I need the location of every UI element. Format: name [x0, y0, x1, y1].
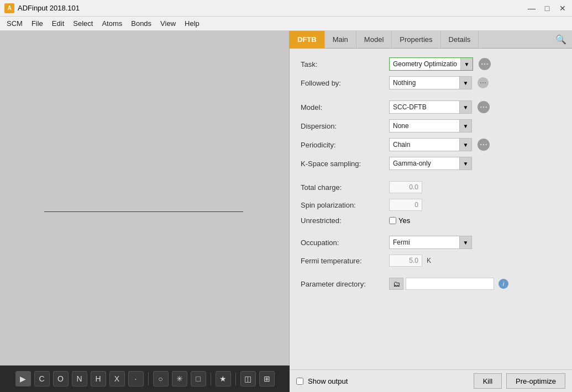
model-more-btn[interactable]: ⋯: [477, 101, 490, 113]
dispersion-control: None ▼: [389, 119, 472, 133]
spin-polarization-input[interactable]: [389, 199, 422, 211]
toolbar-btn-asterisk[interactable]: ✳: [172, 371, 187, 386]
title-bar: A ADFinput 2018.101 — □ ✕: [0, 0, 572, 17]
periodicity-value: Chain: [390, 141, 459, 149]
tab-properties[interactable]: Properties: [392, 31, 440, 48]
occupation-control: Fermi ▼: [389, 236, 472, 249]
unrestricted-yes-label: Yes: [398, 216, 410, 225]
fermi-temp-input[interactable]: [389, 255, 422, 267]
toolbar-btn-circle[interactable]: ○: [153, 371, 169, 386]
followed-by-dropdown[interactable]: Nothing ▼: [389, 76, 472, 89]
model-label: Model:: [301, 103, 389, 112]
canvas-area[interactable]: [0, 31, 289, 392]
minimize-button[interactable]: —: [527, 3, 537, 13]
kspace-dropdown-arrow[interactable]: ▼: [459, 157, 471, 169]
app-title: ADFinput 2018.101: [18, 4, 527, 12]
total-charge-input[interactable]: [389, 181, 422, 193]
fermi-temp-unit: K: [427, 257, 431, 264]
periodicity-control: Chain ▼ ⋯: [389, 138, 490, 151]
unrestricted-row: Unrestricted: Yes: [301, 216, 561, 225]
followed-by-more-btn[interactable]: ⋯: [477, 77, 489, 88]
kill-button[interactable]: Kill: [474, 373, 502, 389]
menu-atoms[interactable]: Atoms: [97, 18, 127, 29]
kspace-value: Gamma-only: [390, 160, 459, 167]
followed-by-label: Followed by:: [301, 79, 389, 87]
toolbar-btn-x[interactable]: X: [109, 371, 125, 386]
total-charge-label: Total charge:: [301, 183, 389, 192]
occupation-dropdown[interactable]: Fermi ▼: [389, 236, 472, 249]
task-dropdown-arrow[interactable]: ▼: [460, 58, 473, 70]
info-icon[interactable]: i: [498, 279, 508, 289]
total-charge-row: Total charge:: [301, 181, 561, 193]
toolbar-btn-o[interactable]: O: [53, 371, 69, 386]
param-dir-file-btn[interactable]: 🗂: [389, 278, 403, 290]
followed-by-dropdown-arrow[interactable]: ▼: [459, 77, 471, 89]
menu-bar: SCM File Edit Select Atoms Bonds View He…: [0, 17, 572, 31]
tab-main[interactable]: Main: [325, 31, 356, 48]
search-icon[interactable]: 🔍: [550, 32, 572, 47]
tab-details[interactable]: Details: [441, 31, 479, 48]
separator-1: [148, 372, 149, 385]
toolbar-btn-grid[interactable]: ⊞: [259, 371, 275, 386]
task-label: Task:: [301, 60, 389, 68]
preoptimize-button[interactable]: Pre-optimize: [506, 373, 565, 389]
task-more-btn[interactable]: ⋯: [479, 58, 491, 70]
model-value: SCC-DFTB: [390, 103, 459, 111]
left-panel: ▶ C O N H X · ○ ✳ □ ★ ◫ ⊞: [0, 31, 290, 392]
param-dir-input[interactable]: [406, 278, 494, 290]
app-icon: A: [4, 3, 14, 13]
occupation-value: Fermi: [390, 239, 459, 246]
toolbar-btn-h[interactable]: H: [91, 371, 106, 386]
occupation-row: Occupation: Fermi ▼: [301, 236, 561, 249]
tab-model[interactable]: Model: [356, 31, 392, 48]
param-dir-label: Parameter directory:: [301, 280, 389, 288]
right-panel: DFTB Main Model Properties Details 🔍 Tas…: [290, 31, 572, 392]
occupation-label: Occupation:: [301, 239, 389, 247]
window-controls: — □ ✕: [527, 3, 568, 13]
toolbar-btn-play[interactable]: ▶: [15, 371, 31, 386]
periodicity-label: Periodicity:: [301, 141, 389, 149]
menu-select[interactable]: Select: [69, 18, 97, 29]
dispersion-dropdown-arrow[interactable]: ▼: [459, 120, 471, 132]
occupation-dropdown-arrow[interactable]: ▼: [459, 236, 471, 248]
toolbar-btn-c[interactable]: C: [34, 371, 50, 386]
model-dropdown[interactable]: SCC-DFTB ▼: [389, 100, 472, 114]
spin-polarization-row: Spin polarization:: [301, 199, 561, 211]
form-area: Task: Geometry Optimizatio ▼ ⋯ Followed …: [290, 49, 572, 369]
param-dir-row: Parameter directory: 🗂 i: [301, 278, 561, 290]
maximize-button[interactable]: □: [542, 3, 552, 13]
menu-file[interactable]: File: [27, 18, 48, 29]
tabs-bar: DFTB Main Model Properties Details 🔍: [290, 31, 572, 49]
toolbar-btn-dot[interactable]: ·: [128, 371, 144, 386]
kspace-control: Gamma-only ▼: [389, 157, 472, 170]
unrestricted-checkbox[interactable]: [389, 217, 396, 224]
tab-dftb[interactable]: DFTB: [290, 31, 325, 48]
toolbar-btn-frame[interactable]: ◫: [240, 371, 256, 386]
followed-by-row: Followed by: Nothing ▼ ⋯: [301, 76, 561, 89]
menu-scm[interactable]: SCM: [2, 18, 27, 29]
fermi-temp-row: Fermi temperature: K: [301, 255, 561, 267]
periodicity-dropdown-arrow[interactable]: ▼: [459, 139, 471, 151]
close-button[interactable]: ✕: [558, 3, 568, 13]
dispersion-dropdown[interactable]: None ▼: [389, 119, 472, 133]
followed-by-control: Nothing ▼ ⋯: [389, 76, 489, 89]
bottom-toolbar: ▶ C O N H X · ○ ✳ □ ★ ◫ ⊞: [0, 365, 290, 392]
toolbar-btn-n[interactable]: N: [72, 371, 87, 386]
kspace-dropdown[interactable]: Gamma-only ▼: [389, 157, 472, 170]
menu-bonds[interactable]: Bonds: [127, 18, 156, 29]
menu-help[interactable]: Help: [180, 18, 204, 29]
show-output-label: Show output: [308, 377, 348, 385]
periodicity-dropdown[interactable]: Chain ▼: [389, 138, 472, 151]
toolbar-btn-square[interactable]: □: [191, 371, 206, 386]
show-output-checkbox[interactable]: [296, 378, 303, 385]
periodicity-more-btn[interactable]: ⋯: [477, 139, 490, 151]
model-dropdown-arrow[interactable]: ▼: [459, 101, 471, 113]
task-dropdown[interactable]: Geometry Optimizatio ▼: [389, 57, 473, 71]
fermi-temp-control: K: [389, 255, 431, 267]
menu-view[interactable]: View: [156, 18, 180, 29]
separator-2: [211, 372, 211, 385]
toolbar-btn-star[interactable]: ★: [216, 371, 231, 386]
periodicity-row: Periodicity: Chain ▼ ⋯: [301, 138, 561, 151]
param-dir-control: 🗂 i: [389, 278, 508, 290]
menu-edit[interactable]: Edit: [48, 18, 69, 29]
